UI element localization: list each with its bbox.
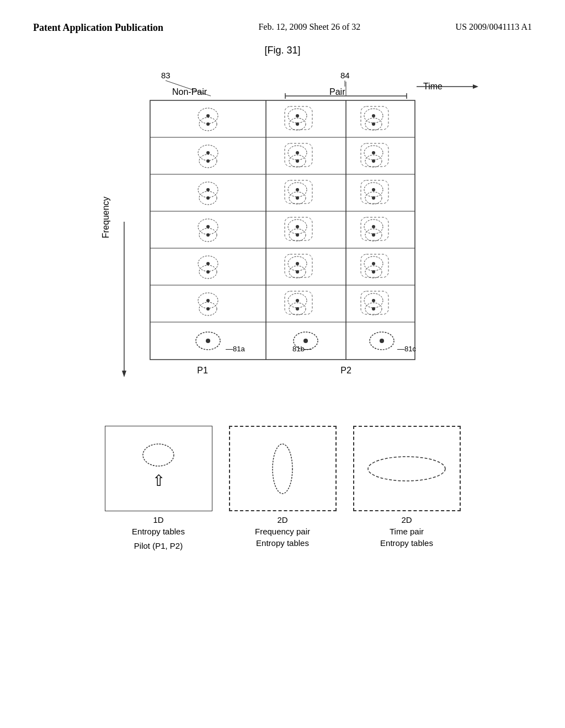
svg-point-31 (372, 122, 375, 126)
legend-1d-icon (139, 440, 178, 470)
ref-81a-label: —81a (226, 345, 245, 353)
svg-point-43 (372, 151, 375, 154)
cell-r2-c2 (285, 143, 312, 167)
cell-r4-c3 (361, 217, 388, 241)
svg-rect-8 (150, 100, 415, 360)
cell-r5-c2 (285, 254, 312, 278)
ref-83-label: 83 (161, 71, 170, 80)
cell-r6-c3 (361, 291, 388, 315)
svg-point-24 (296, 114, 299, 117)
svg-rect-55 (285, 180, 312, 204)
svg-point-54 (296, 196, 299, 200)
svg-point-94 (296, 299, 299, 302)
svg-point-87 (372, 270, 375, 274)
svg-point-111 (368, 457, 445, 481)
svg-rect-88 (361, 254, 388, 277)
p2-label: P2 (340, 366, 351, 375)
legend-2d-time-label2: Time pair (390, 526, 424, 537)
svg-point-104 (206, 339, 210, 343)
main-diagram: Time 84 Pair 83 Non-Pair P1 P2 (0, 67, 565, 409)
cell-r3-c2 (285, 180, 312, 204)
svg-point-106 (303, 339, 308, 343)
svg-point-29 (372, 114, 375, 117)
legend-2d-freq-label3: Entropy tables (256, 537, 309, 549)
cell-r1-c2 (285, 106, 312, 130)
svg-rect-74 (361, 217, 388, 240)
svg-point-48 (206, 188, 210, 191)
svg-point-66 (296, 225, 299, 228)
pair-label: Pair (329, 87, 345, 97)
svg-rect-27 (285, 106, 312, 130)
cell-r7-c3-pilot (370, 332, 394, 350)
legend-area: ⇧ 1D Entropy tables Pilot (P1, P2) 2D Fr… (0, 426, 565, 552)
svg-point-76 (206, 262, 210, 265)
cell-r3-c1 (198, 182, 218, 205)
non-pair-label: Non-Pair (172, 87, 207, 97)
legend-2d-time: 2D Time pair Entropy tables (353, 426, 461, 549)
svg-point-34 (206, 151, 210, 154)
svg-point-52 (296, 188, 299, 191)
legend-1d-arrow: ⇧ (152, 473, 165, 489)
svg-point-59 (372, 196, 375, 200)
cell-r3-c3 (361, 180, 388, 204)
publication-title: Patent Application Publication (33, 22, 163, 34)
svg-point-50 (206, 196, 210, 200)
legend-2d-freq-label2: Frequency pair (255, 526, 310, 537)
cell-r5-c1 (198, 256, 218, 279)
main-figure-svg: Time 84 Pair 83 Non-Pair P1 P2 (76, 67, 489, 409)
legend-2d-freq-label1: 2D (277, 514, 287, 526)
frequency-label: Frequency (101, 196, 110, 238)
legend-2d-time-label3: Entropy tables (380, 537, 433, 549)
svg-point-40 (296, 159, 299, 163)
legend-1d-label: 1D (153, 514, 163, 526)
legend-2d-freq-icon (263, 438, 302, 499)
svg-rect-32 (361, 106, 388, 130)
svg-point-73 (372, 233, 375, 237)
svg-rect-83 (285, 254, 312, 277)
svg-point-99 (372, 299, 375, 302)
svg-rect-46 (361, 143, 388, 167)
ref-81c-label: —81c (397, 345, 416, 353)
legend-2d-time-label1: 2D (401, 514, 412, 526)
svg-point-90 (206, 299, 210, 302)
svg-marker-18 (122, 371, 126, 377)
cell-r6-c1 (198, 293, 218, 315)
cell-r5-c3 (361, 254, 388, 278)
figure-title: [Fig. 31] (0, 45, 565, 56)
pilot-label: Pilot (P1, P2) (134, 540, 183, 552)
svg-point-92 (206, 307, 210, 311)
ref-81b-label: 81b— (292, 345, 312, 353)
cell-r4-c1 (198, 219, 218, 242)
svg-point-110 (273, 444, 292, 494)
svg-point-82 (296, 270, 299, 274)
svg-marker-1 (473, 84, 478, 89)
legend-2d-time-icon (363, 452, 451, 485)
svg-rect-69 (285, 217, 312, 240)
svg-point-64 (206, 233, 210, 237)
page-header: Patent Application Publication Feb. 12, … (0, 0, 565, 45)
svg-rect-60 (361, 180, 388, 204)
svg-point-20 (206, 114, 210, 117)
svg-point-68 (296, 233, 299, 237)
cell-r7-c1-pilot (196, 332, 220, 350)
svg-point-96 (296, 307, 299, 311)
svg-point-36 (206, 159, 210, 163)
patent-number: US 2009/0041113 A1 (456, 22, 532, 32)
svg-point-26 (296, 122, 299, 126)
cell-r4-c2 (285, 217, 312, 241)
svg-rect-102 (361, 291, 388, 314)
svg-point-108 (380, 339, 384, 343)
svg-point-57 (372, 188, 375, 191)
svg-point-80 (296, 262, 299, 265)
svg-point-38 (296, 151, 299, 154)
svg-point-71 (372, 225, 375, 228)
svg-point-85 (372, 262, 375, 265)
svg-point-45 (372, 159, 375, 163)
sheet-info: Feb. 12, 2009 Sheet 26 of 32 (258, 22, 360, 32)
svg-point-78 (206, 270, 210, 274)
svg-rect-97 (285, 291, 312, 314)
svg-point-62 (206, 225, 210, 228)
p1-label: P1 (197, 366, 208, 375)
ref-84-label: 84 (340, 71, 350, 80)
cell-r1-c1 (198, 108, 218, 131)
